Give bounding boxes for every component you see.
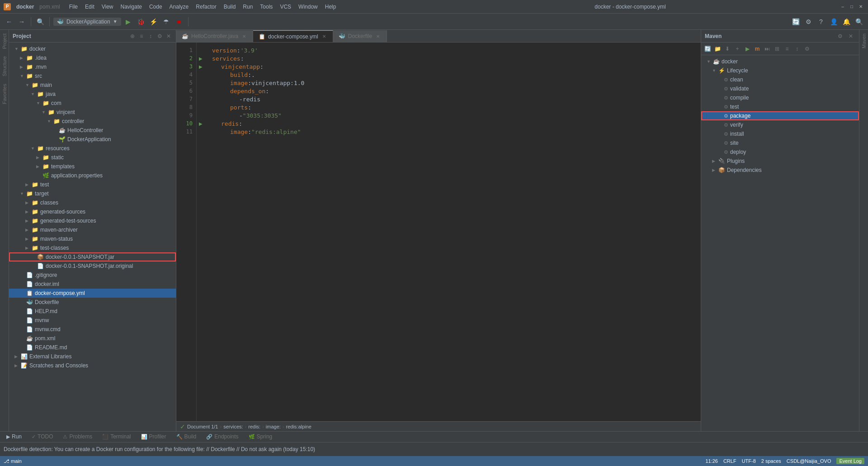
tree-item-docker-compose-yml[interactable]: ▶ 📋 docker-compose.yml	[9, 289, 176, 298]
maven-item-clean[interactable]: ⚙ clean	[701, 75, 859, 84]
maven-item-docker[interactable]: ▼ ☕ docker	[701, 57, 859, 66]
maven-item-dependencies[interactable]: ▶ 📦 Dependencies	[701, 166, 859, 175]
maven-toggle-btn[interactable]: ⊞	[773, 44, 782, 53]
maven-settings2-btn[interactable]: ⚙	[802, 44, 811, 53]
maven-item-compile[interactable]: ⚙ compile	[701, 93, 859, 102]
tab-dockerfile[interactable]: 🐳 Dockerfile ✕	[333, 30, 387, 42]
toolbar-forward-button[interactable]: →	[16, 16, 27, 27]
tree-item-idea[interactable]: ▶ 📁 .idea	[9, 53, 176, 62]
maven-download-btn[interactable]: ⬇	[723, 44, 732, 53]
run-configuration[interactable]: 🐳 DockerApplication ▼	[53, 18, 121, 26]
bottom-tab-profiler[interactable]: 📊 Profiler	[137, 433, 171, 441]
maven-item-deploy[interactable]: ⚙ deploy	[701, 147, 859, 157]
project-tab-vertical[interactable]: Project	[0, 30, 9, 52]
bottom-tab-problems[interactable]: ⚠ Problems	[58, 433, 97, 441]
update-button[interactable]: 🔄	[790, 16, 801, 27]
tree-item-external-libraries[interactable]: ▶ 📊 External Libraries	[9, 352, 176, 361]
maven-item-package[interactable]: ⚙ package	[701, 111, 859, 120]
maven-item-verify[interactable]: ⚙ verify	[701, 120, 859, 129]
debug-button[interactable]: 🐞	[136, 16, 146, 27]
breadcrumb-redis-alpine[interactable]: redis:alpine	[286, 424, 311, 429]
breadcrumb-image[interactable]: image:	[266, 424, 281, 429]
tree-item-dockerfile[interactable]: ▶ 🐳 Dockerfile	[9, 298, 176, 307]
coverage-button[interactable]: ☂	[161, 16, 172, 27]
event-log-btn[interactable]: Event Log	[836, 458, 864, 464]
maven-item-plugins[interactable]: ▶ 🔌 Plugins	[701, 157, 859, 166]
maven-item-lifecycle[interactable]: ▼ ⚡ Lifecycle	[701, 66, 859, 75]
maven-item-validate[interactable]: ⚙ validate	[701, 84, 859, 93]
gutter-3[interactable]: ▶	[197, 62, 205, 71]
bottom-tab-endpoints[interactable]: 🔗 Endpoints	[202, 433, 243, 441]
tree-item-static[interactable]: ▶ 📁 static	[9, 153, 176, 162]
tree-item-snapshot-jar[interactable]: ▶ 📦 docker-0.0.1-SNAPSHOT.jar	[9, 252, 176, 262]
tree-item-test[interactable]: ▶ 📁 test	[9, 180, 176, 189]
maven-side-tab[interactable]: Maven	[860, 30, 868, 52]
bottom-tab-run[interactable]: ▶ Run	[2, 433, 26, 441]
menu-window[interactable]: Window	[295, 2, 321, 12]
menu-help[interactable]: Help	[321, 2, 340, 12]
tree-item-docker-app[interactable]: ▶ 🌱 DockerApplication	[9, 135, 176, 144]
tree-item-mvn[interactable]: ▶ 📁 .mvn	[9, 62, 176, 71]
run-button[interactable]: ▶	[123, 16, 134, 27]
code-editor[interactable]: version: '3.9' services: vinjcentapp: bu…	[205, 43, 701, 421]
maven-expand-btn[interactable]: ↕	[793, 44, 802, 53]
gear-settings-icon[interactable]: ⚙	[156, 33, 163, 40]
profile-button[interactable]: ⚡	[148, 16, 159, 27]
menu-vcs[interactable]: VCS	[276, 2, 295, 12]
status-crlf[interactable]: CRLF	[723, 458, 736, 464]
close-button[interactable]: ✕	[857, 3, 864, 10]
menu-tools[interactable]: Tools	[256, 2, 276, 12]
menu-view[interactable]: View	[98, 2, 117, 12]
tree-item-vinjcent[interactable]: ▼ 📁 vinjcent	[9, 108, 176, 117]
menu-navigate[interactable]: Navigate	[117, 2, 146, 12]
locate-file-icon[interactable]: ⊕	[129, 33, 136, 40]
tree-item-help-md[interactable]: ▶ 📄 HELP.md	[9, 307, 176, 316]
tree-item-com[interactable]: ▼ 📁 com	[9, 99, 176, 108]
tree-item-mvnw-cmd[interactable]: ▶ 📄 mvnw.cmd	[9, 325, 176, 334]
tab-dockerfile-close[interactable]: ✕	[375, 33, 381, 39]
tree-item-hello-controller[interactable]: ▶ ☕ HelloController	[9, 126, 176, 135]
maven-item-install[interactable]: ⚙ install	[701, 129, 859, 138]
menu-build[interactable]: Build	[220, 2, 240, 12]
tree-item-docker-iml[interactable]: ▶ 📄 docker.iml	[9, 280, 176, 289]
tree-item-maven-status[interactable]: ▶ 📁 maven-status	[9, 234, 176, 243]
maven-thread-btn[interactable]: ≡	[783, 44, 792, 53]
find-action-button[interactable]: 🔍	[854, 16, 864, 27]
favorites-tab-vertical[interactable]: Favorites	[0, 80, 9, 108]
breadcrumb-services[interactable]: services:	[223, 424, 243, 429]
tree-item-test-classes[interactable]: ▶ 📁 test-classes	[9, 243, 176, 252]
tree-item-main[interactable]: ▼ 📁 main	[9, 81, 176, 90]
tree-item-maven-archiver[interactable]: ▶ 📁 maven-archiver	[9, 225, 176, 234]
menu-file[interactable]: File	[66, 2, 81, 12]
menu-refactor[interactable]: Refactor	[192, 2, 220, 12]
hide-panel-icon[interactable]: ✕	[165, 33, 172, 40]
maven-m-btn[interactable]: m	[753, 44, 762, 53]
settings-button[interactable]: ⚙	[803, 16, 814, 27]
bottom-tab-spring[interactable]: 🌿 Spring	[244, 433, 277, 441]
menu-run[interactable]: Run	[239, 2, 256, 12]
gutter-2[interactable]: ▶	[197, 54, 205, 62]
maven-run-btn[interactable]: ▶	[743, 44, 752, 53]
maven-add-btn[interactable]: 📁	[713, 44, 722, 53]
tab-hello-controller[interactable]: ☕ HelloController.java ✕	[176, 30, 253, 42]
tree-item-src[interactable]: ▼ 📁 src	[9, 71, 176, 81]
tree-item-classes[interactable]: ▶ 📁 classes	[9, 198, 176, 207]
maven-refresh-btn[interactable]: 🔄	[703, 44, 712, 53]
tree-item-gitignore[interactable]: ▶ 📄 .gitignore	[9, 271, 176, 280]
bottom-tab-terminal[interactable]: ⬛ Terminal	[98, 433, 135, 441]
status-position[interactable]: 11:26	[705, 458, 718, 464]
tree-item-app-props[interactable]: ▶ 🌿 application.properties	[9, 171, 176, 180]
stop-button[interactable]: ■	[174, 16, 184, 27]
tree-item-mvnw[interactable]: ▶ 📄 mvnw	[9, 316, 176, 325]
tree-item-snapshot-jar-original[interactable]: ▶ 📄 docker-0.0.1-SNAPSHOT.jar.original	[9, 262, 176, 271]
maven-skip-btn[interactable]: ⏭	[763, 44, 772, 53]
tab-hello-close[interactable]: ✕	[241, 33, 247, 39]
tree-item-controller[interactable]: ▼ 📁 controller	[9, 117, 176, 126]
tree-item-root[interactable]: ▼ 📁 docker	[9, 44, 176, 53]
bottom-tab-todo[interactable]: ✓ TODO	[27, 433, 57, 441]
notifications-button[interactable]: 🔔	[841, 16, 852, 27]
tree-item-pom-xml[interactable]: ▶ ☕ pom.xml	[9, 334, 176, 343]
structure-tab-vertical[interactable]: Structure	[0, 52, 9, 80]
tree-item-templates[interactable]: ▶ 📁 templates	[9, 162, 176, 171]
toolbar-search-button[interactable]: 🔍	[35, 16, 46, 27]
